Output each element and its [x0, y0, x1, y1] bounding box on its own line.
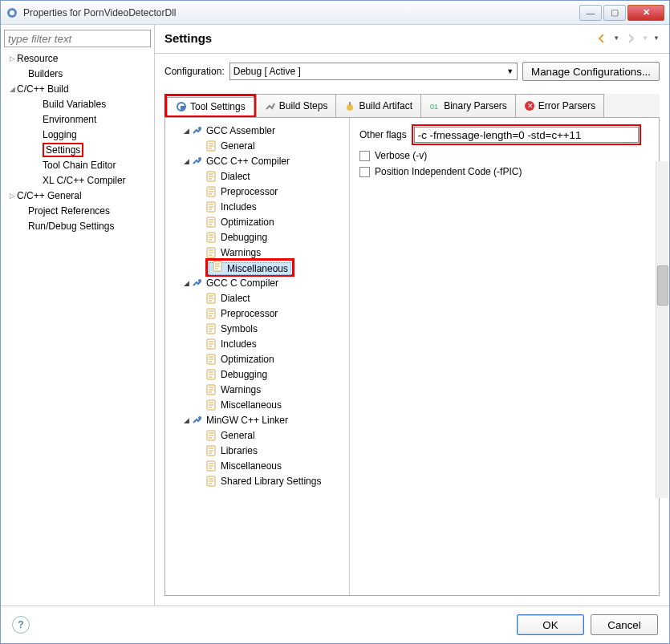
- tool-tree-item[interactable]: Symbols: [169, 321, 346, 336]
- cancel-button[interactable]: Cancel: [591, 614, 658, 635]
- tool-tree-label: Preprocessor: [221, 308, 278, 319]
- tool-tree-item[interactable]: Miscellaneous: [169, 458, 346, 473]
- tool-tree-item[interactable]: Optimization: [169, 214, 346, 229]
- menu-icon[interactable]: ▼: [653, 34, 660, 42]
- app-icon: [6, 6, 18, 19]
- tool-icon: [191, 415, 204, 426]
- verbose-checkbox[interactable]: [359, 151, 370, 161]
- tool-tree-label: Warnings: [221, 247, 261, 258]
- scrollbar-thumb[interactable]: [657, 265, 668, 306]
- maximize-button[interactable]: ▢: [603, 5, 626, 21]
- tab-label: Binary Parsers: [444, 100, 507, 111]
- tool-tree-item[interactable]: Miscellaneous: [169, 397, 346, 412]
- tab-label: Tool Settings: [190, 101, 246, 112]
- forward-icon[interactable]: [624, 32, 637, 45]
- tool-tree-item[interactable]: Warnings: [169, 382, 346, 397]
- tab-icon: [176, 101, 187, 112]
- pic-checkbox[interactable]: [359, 167, 370, 177]
- tree-item[interactable]: ◢C/C++ Build: [4, 81, 151, 96]
- page-icon: [205, 247, 218, 258]
- expand-icon: ◢: [181, 279, 191, 287]
- other-flags-input[interactable]: [414, 127, 639, 143]
- tool-tree-item[interactable]: Debugging: [169, 229, 346, 245]
- left-panel: ▷ResourceBuilders◢C/C++ BuildBuild Varia…: [1, 25, 155, 606]
- tree-item[interactable]: Settings: [4, 142, 151, 157]
- tool-tree-item[interactable]: Includes: [169, 199, 346, 214]
- back-icon[interactable]: [595, 32, 608, 45]
- tree-item-label: C/C++ General: [17, 190, 82, 201]
- tool-tree-item[interactable]: General: [169, 427, 346, 443]
- tool-tree-item[interactable]: Libraries: [169, 443, 346, 458]
- tool-tree-item[interactable]: Preprocessor: [169, 184, 346, 199]
- tool-tree-item[interactable]: Optimization: [169, 351, 346, 367]
- tree-item[interactable]: Environment: [4, 111, 151, 127]
- tree-item[interactable]: Logging: [4, 127, 151, 142]
- page-icon: [205, 323, 218, 334]
- scrollbar-track[interactable]: [656, 161, 668, 498]
- help-icon[interactable]: ?: [12, 616, 30, 634]
- tree-item[interactable]: XL C/C++ Compiler: [4, 172, 151, 188]
- tool-tree-item[interactable]: Debugging: [169, 367, 346, 382]
- tool-tree-item[interactable]: Miscellaneous: [169, 260, 346, 275]
- page-icon: [205, 384, 218, 395]
- tab-label: Build Steps: [279, 100, 328, 111]
- tree-item[interactable]: Build Variables: [4, 96, 151, 111]
- tool-tree-item[interactable]: General: [169, 138, 346, 153]
- config-select[interactable]: Debug [ Active ] ▼: [229, 63, 518, 80]
- tool-tree-label: Symbols: [221, 323, 258, 334]
- tool-tree-label: General: [221, 140, 255, 152]
- tree-item[interactable]: ▷Resource: [4, 51, 151, 66]
- page-icon: [205, 338, 218, 350]
- forward-menu-icon[interactable]: ▼: [642, 34, 648, 42]
- tab-label: Build Artifact: [359, 100, 412, 111]
- tool-tree-item[interactable]: ◢GCC C Compiler: [169, 275, 346, 290]
- category-tree[interactable]: ▷ResourceBuilders◢C/C++ BuildBuild Varia…: [4, 51, 151, 601]
- tree-item-label: Build Variables: [43, 99, 106, 110]
- tree-item[interactable]: Tool Chain Editor: [4, 157, 151, 172]
- tool-tree-item[interactable]: Shared Library Settings: [169, 473, 346, 488]
- tree-item[interactable]: ▷C/C++ General: [4, 188, 151, 203]
- tool-tree-label: MinGW C++ Linker: [206, 415, 288, 426]
- tool-tree-item[interactable]: Dialect: [169, 290, 346, 306]
- page-icon: [205, 201, 218, 213]
- tree-item[interactable]: Run/Debug Settings: [4, 218, 151, 233]
- tool-tree-label: Miscellaneous: [221, 399, 282, 411]
- tool-icon: [191, 125, 204, 136]
- tree-item-label: XL C/C++ Compiler: [43, 175, 126, 186]
- tool-tree-item[interactable]: ◢GCC C++ Compiler: [169, 153, 346, 168]
- expand-icon: ◢: [181, 127, 191, 135]
- config-label: Configuration:: [164, 66, 225, 77]
- close-button[interactable]: ✕: [627, 5, 664, 21]
- tool-tree-item[interactable]: Dialect: [169, 168, 346, 184]
- tab-build-artifact[interactable]: Build Artifact: [335, 94, 421, 117]
- ok-button[interactable]: OK: [517, 614, 584, 635]
- filter-input[interactable]: [4, 30, 151, 47]
- tool-tree-label: Optimization: [221, 217, 274, 228]
- titlebar: Properties for PornVideoDetectorDll — ▢ …: [1, 1, 669, 25]
- back-menu-icon[interactable]: ▼: [613, 34, 619, 42]
- tool-tree-label: Includes: [221, 338, 257, 350]
- page-icon: [205, 140, 218, 152]
- tool-tree-item[interactable]: Includes: [169, 336, 346, 351]
- svg-point-19: [198, 279, 201, 282]
- tree-item[interactable]: Builders: [4, 66, 151, 81]
- tool-tree-label: Dialect: [221, 293, 250, 304]
- page-icon: [205, 293, 218, 304]
- tab-error-parsers[interactable]: ✕Error Parsers: [515, 94, 604, 117]
- tool-tree[interactable]: ◢GCC AssemblerGeneral◢GCC C++ CompilerDi…: [165, 118, 350, 595]
- page-icon: [205, 369, 218, 380]
- manage-config-button[interactable]: Manage Configurations...: [522, 62, 660, 81]
- page-icon: [205, 354, 218, 365]
- tab-tool-settings[interactable]: Tool Settings: [167, 97, 254, 115]
- tool-tree-label: GCC C Compiler: [206, 277, 278, 289]
- tree-item[interactable]: Project References: [4, 203, 151, 218]
- tool-tree-item[interactable]: ◢GCC Assembler: [169, 123, 346, 138]
- tab-icon: [265, 100, 276, 111]
- minimize-button[interactable]: —: [579, 5, 602, 21]
- tab-build-steps[interactable]: Build Steps: [256, 94, 337, 117]
- tab-binary-parsers[interactable]: 01Binary Parsers: [420, 94, 516, 117]
- tool-tree-item[interactable]: ◢MinGW C++ Linker: [169, 412, 346, 427]
- page-icon: [205, 399, 218, 411]
- tool-icon: [191, 156, 204, 167]
- tool-tree-item[interactable]: Preprocessor: [169, 306, 346, 321]
